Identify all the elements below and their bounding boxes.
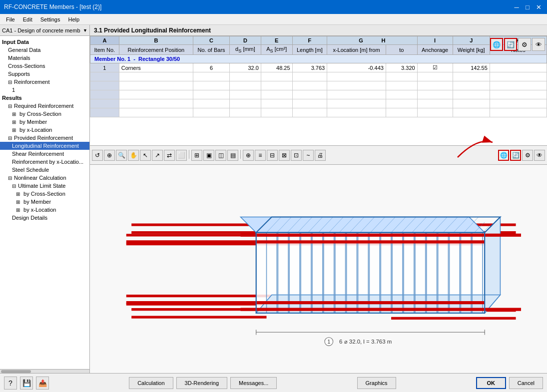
- graphics-button[interactable]: Graphics: [357, 377, 396, 389]
- minimize-button[interactable]: ─: [512, 2, 521, 11]
- sidebar-scrollbar[interactable]: [0, 369, 89, 373]
- sidebar-item-by-cross-section-2[interactable]: ⊞ by Cross-Section: [0, 190, 89, 198]
- maximize-button[interactable]: □: [523, 2, 532, 11]
- ok-button[interactable]: OK: [476, 377, 506, 389]
- table-row-empty: [90, 81, 547, 90]
- toolbar-dimension-btn[interactable]: ≡: [255, 150, 266, 161]
- cancel-button[interactable]: Cancel: [509, 377, 543, 389]
- help-icon-btn[interactable]: ?: [4, 377, 17, 390]
- col-header-i: I: [417, 36, 453, 45]
- toolbar-fit-btn[interactable]: ⇄: [164, 150, 175, 161]
- subheader-xloc-from: x-Location [m] from: [327, 45, 386, 55]
- save-icon-btn[interactable]: 💾: [20, 377, 33, 390]
- render-button[interactable]: 🔄: [504, 38, 517, 51]
- svg-marker-14: [241, 217, 485, 233]
- case-dropdown[interactable]: CA1 - Design of concrete memb ▼: [0, 25, 89, 36]
- cell-as: 48.25: [261, 63, 292, 72]
- cell-notes: [490, 63, 547, 72]
- sidebar-item-cross-sections[interactable]: Cross-Sections: [0, 62, 89, 70]
- sidebar-item-reinforcement-1[interactable]: 1: [0, 86, 89, 94]
- svg-text:1: 1: [327, 339, 330, 345]
- graphics-view: 1 6 ⌀ 32.0, l = 3.763 m: [90, 165, 547, 373]
- toolbar-render-btn[interactable]: ▤: [227, 150, 238, 161]
- toolbar-grid-btn[interactable]: ⊠: [279, 150, 290, 161]
- member-header-row: Member No. 1 - Rectangle 30/50: [90, 55, 547, 63]
- toolbar-wireframe-btn[interactable]: ⊞: [191, 150, 202, 161]
- toolbar-separator-1: [189, 150, 189, 159]
- toolbar-print-btn[interactable]: 🖨: [315, 150, 326, 161]
- messages-button[interactable]: Messages...: [230, 377, 277, 389]
- menu-help[interactable]: Help: [64, 15, 83, 23]
- graphics-toolbar-row: ↺ ⊕ 🔍 ✋ ↖ ↗ ⇄ ⬜ ⊞ ▣ ◫ ▤ ⊕ ≡ ⊟ ⊠ ⊡ ~ �: [90, 146, 547, 165]
- toolbar-pan-btn[interactable]: ✋: [128, 150, 139, 161]
- sidebar-item-provided-reinforcement[interactable]: ⊟Provided Reinforcement: [0, 134, 89, 142]
- cell-length: 3.763: [292, 63, 327, 72]
- scroll-thumb: [1, 370, 31, 373]
- col-header-e: E: [261, 36, 292, 45]
- toolbar-snap-btn[interactable]: ~: [303, 150, 314, 161]
- table-row-empty: [90, 72, 547, 81]
- toolbar-label-btn[interactable]: ⊟: [267, 150, 278, 161]
- sidebar-item-by-cross-section-1[interactable]: ⊞ by Cross-Section: [0, 110, 89, 118]
- view-toggle-button[interactable]: 👁: [532, 38, 545, 51]
- sidebar-item-reinforcement[interactable]: ⊟Reinforcement: [0, 78, 89, 86]
- sidebar-item-materials[interactable]: Materials: [0, 54, 89, 62]
- sidebar-item-steel-schedule[interactable]: Steel Schedule: [0, 166, 89, 174]
- sidebar-item-supports[interactable]: Supports: [0, 70, 89, 78]
- cell-weight: 142.55: [453, 63, 490, 72]
- close-button[interactable]: ✕: [534, 2, 543, 11]
- 3d-globe-btn[interactable]: 🌐: [498, 150, 509, 161]
- toolbar-section-btn[interactable]: ⊕: [243, 150, 254, 161]
- sidebar-item-required-reinforcement[interactable]: ⊟Required Reinforcement: [0, 102, 89, 110]
- toolbar-axes-btn[interactable]: ⊡: [291, 150, 302, 161]
- col-header-g: G H: [327, 36, 417, 45]
- toolbar-view-btn[interactable]: ⬜: [176, 150, 187, 161]
- 3d-rendering-button[interactable]: 3D-Rendering: [176, 377, 227, 389]
- toolbar-buttons-container: ↺ ⊕ 🔍 ✋ ↖ ↗ ⇄ ⬜ ⊞ ▣ ◫ ▤ ⊕ ≡ ⊟ ⊠ ⊡ ~ �: [92, 150, 498, 161]
- toolbar-separator-2: [240, 150, 241, 159]
- sidebar-item-longitudinal-reinforcement[interactable]: Longitudinal Reinforcement: [0, 142, 89, 150]
- menu-bar: File Edit Settings Help: [0, 14, 547, 25]
- beam-3d-visualization: 1 6 ⌀ 32.0, l = 3.763 m: [90, 165, 547, 373]
- data-table-area: A B C D E F G H I J K Item No. Rein: [90, 36, 547, 146]
- cell-no-bars: 6: [193, 63, 230, 72]
- toolbar-zoom-region-btn[interactable]: ⊕: [104, 150, 115, 161]
- section-input-data: Input Data: [0, 38, 89, 46]
- sidebar-item-ultimate-limit-state[interactable]: ⊟Ultimate Limit State: [0, 182, 89, 190]
- menu-file[interactable]: File: [2, 15, 19, 23]
- 3d-render-btn[interactable]: 🔄: [510, 150, 521, 161]
- toolbar-select-btn[interactable]: ↖: [140, 150, 151, 161]
- menu-edit[interactable]: Edit: [19, 15, 36, 23]
- menu-settings[interactable]: Settings: [36, 15, 64, 23]
- visibility-btn[interactable]: 👁: [534, 150, 545, 161]
- toolbar-rotate-btn[interactable]: ↺: [92, 150, 103, 161]
- col-header-d: D: [230, 36, 261, 45]
- cell-position: Corners: [119, 63, 193, 72]
- sidebar-item-general-data[interactable]: General Data: [0, 46, 89, 54]
- cell-xloc-from: -0.443: [327, 63, 386, 72]
- table-row-empty: [90, 108, 547, 117]
- settings-btn[interactable]: ⚙: [522, 150, 533, 161]
- cell-ds: 32.0: [230, 63, 261, 72]
- sidebar-item-by-member-1[interactable]: ⊞ by Member: [0, 118, 89, 126]
- subheader-no-bars: No. of Bars: [193, 45, 230, 55]
- settings-overlay-button[interactable]: ⚙: [518, 38, 531, 51]
- toolbar-zoom-all-btn[interactable]: 🔍: [116, 150, 127, 161]
- 3d-view-button[interactable]: 🌐: [490, 38, 503, 51]
- sidebar-item-by-x-location-2[interactable]: ⊞ by x-Location: [0, 206, 89, 214]
- sidebar-item-by-member-2[interactable]: ⊞ by Member: [0, 198, 89, 206]
- toolbar-solid-btn[interactable]: ▣: [203, 150, 214, 161]
- export-icon-btn[interactable]: 📤: [36, 377, 49, 390]
- sidebar-item-reinforcement-by-x[interactable]: Reinforcement by x-Locatio...: [0, 158, 89, 166]
- section-results: Results: [0, 94, 89, 102]
- toolbar-edge-btn[interactable]: ◫: [215, 150, 226, 161]
- case-dropdown-label: CA1 - Design of concrete memb: [2, 27, 80, 33]
- calculation-button[interactable]: Calculation: [129, 377, 173, 389]
- sidebar-item-shear-reinforcement[interactable]: Shear Reinforcement: [0, 150, 89, 158]
- sidebar-item-by-x-location-1[interactable]: ⊞ by x-Location: [0, 126, 89, 134]
- sidebar-item-design-details[interactable]: Design Details: [0, 214, 89, 222]
- cell-anchorage: ☑: [417, 63, 453, 72]
- sidebar-item-nonlinear-calculation[interactable]: ⊟Nonlinear Calculation: [0, 174, 89, 182]
- section-title-bar: 3.1 Provided Longitudinal Reinforcement: [90, 25, 547, 36]
- toolbar-move-btn[interactable]: ↗: [152, 150, 163, 161]
